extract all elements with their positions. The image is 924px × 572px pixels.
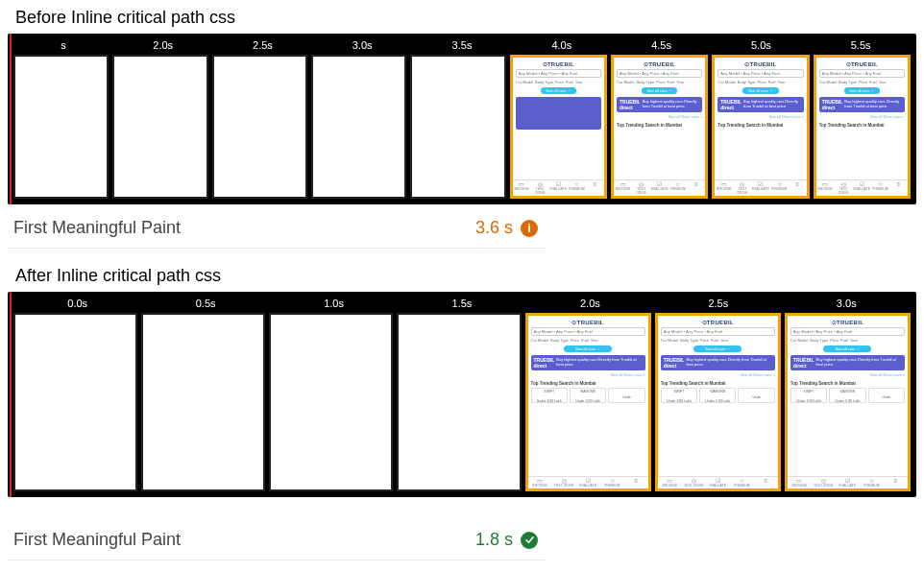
frames-after: ⊙TRUEBIL Any Model • Any Price • Any Fue… — [13, 313, 911, 491]
ts-cell: 2.0s — [113, 39, 213, 51]
metric-label: First Meaningful Paint — [13, 218, 181, 238]
frame-loaded: ⊙TRUEBIL Any Model • Any Price • Any Fue… — [712, 55, 809, 199]
timestamps-after: 0.0s 0.5s 1.0s 1.5s 2.0s 2.5s 3.0s — [13, 296, 911, 311]
frame-blank — [13, 313, 137, 491]
ts-cell: 2.5s — [213, 39, 313, 51]
frame-loaded: ⊙TRUEBIL Any Model • Any Price • Any Fue… — [785, 313, 911, 491]
frame-blank — [112, 55, 207, 199]
playhead-marker — [10, 34, 12, 204]
before-title: Before Inline critical path css — [15, 8, 916, 28]
mock-search: Any Model • Any Price • Any Fuel — [516, 69, 601, 78]
filmstrip-after: 0.0s 0.5s 1.0s 1.5s 2.0s 2.5s 3.0s ⊙TRUE… — [8, 292, 916, 497]
ts-cell: 3.0s — [312, 39, 412, 51]
warn-icon: i — [521, 220, 538, 237]
frame-loaded: ⊙TRUEBIL Any Model • Any Price • Any Fue… — [814, 55, 911, 199]
frame-blank — [311, 55, 406, 199]
metric-row-after: First Meaningful Paint 1.8 s — [8, 516, 546, 560]
frame-blank — [212, 55, 307, 199]
metric-row-before: First Meaningful Paint 3.6 s i — [8, 204, 546, 249]
mock-logo: ⊙TRUEBIL — [516, 60, 601, 67]
frame-blank — [410, 55, 505, 199]
frames-before: ⊙TRUEBIL Any Model • Any Price • Any Fue… — [13, 55, 911, 199]
ts-cell: s — [13, 39, 113, 51]
ts-cell: 4.5s — [612, 39, 712, 51]
after-title: After Inline critical path css — [15, 266, 916, 286]
mock-tags: Car ModelBody TypePriceFuelYear — [516, 80, 601, 84]
playhead-marker — [10, 292, 12, 497]
ts-cell: 5.5s — [811, 39, 911, 51]
mock-nav: ▭BROWSE ◎TEST DRIVE ☑EVALUATE ☆PREMIUM ≡ — [513, 179, 604, 196]
filmstrip-before: s 2.0s 2.5s 3.0s 3.5s 4.0s 4.5s 5.0s 5.5… — [8, 34, 916, 204]
frame-loaded: ⊙TRUEBIL Any Model • Any Price • Any Fue… — [525, 313, 651, 491]
timestamps-before: s 2.0s 2.5s 3.0s 3.5s 4.0s 4.5s 5.0s 5.5… — [13, 37, 911, 53]
frame-loaded: ⊙TRUEBIL Any Model • Any Price • Any Fue… — [655, 313, 781, 491]
frame-loaded: ⊙TRUEBIL Any Model • Any Price • Any Fue… — [510, 55, 607, 199]
ts-cell: 3.5s — [412, 39, 512, 51]
metric-label: First Meaningful Paint — [13, 530, 181, 550]
metric-value: 3.6 s i — [475, 218, 538, 238]
metric-value: 1.8 s — [475, 530, 538, 550]
frame-loaded: ⊙TRUEBIL Any Model • Any Price • Any Fue… — [611, 55, 708, 199]
mock-banner-placeholder — [516, 97, 601, 130]
check-icon — [521, 532, 538, 549]
frame-blank — [269, 313, 393, 491]
mock-pill: See all cars → — [541, 87, 577, 94]
ts-cell: 4.0s — [512, 39, 612, 51]
frame-blank — [141, 313, 265, 491]
ts-cell: 5.0s — [711, 39, 811, 51]
frame-blank — [397, 313, 521, 491]
frame-blank — [13, 55, 109, 199]
